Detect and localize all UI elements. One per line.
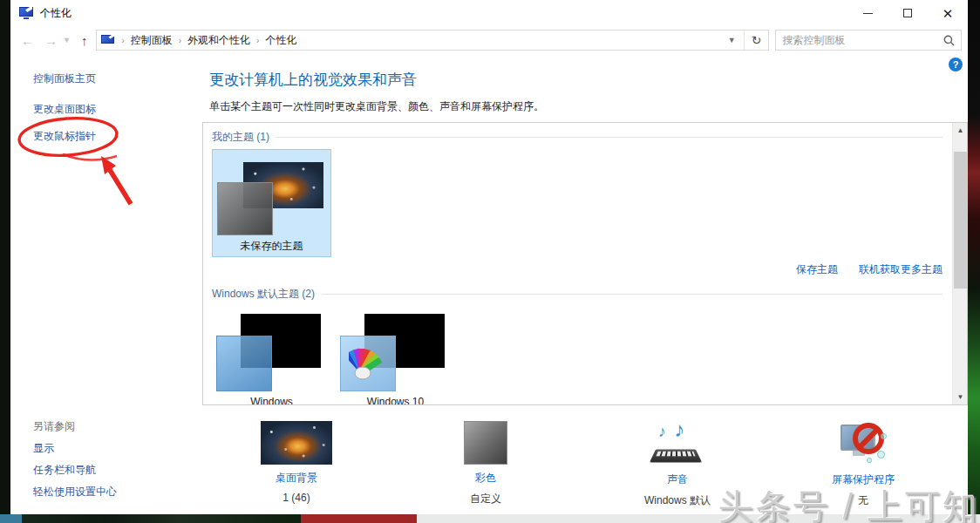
- red-arrow-annotation: [110, 170, 131, 204]
- divider: [276, 137, 943, 138]
- search-box[interactable]: [775, 30, 962, 51]
- taskbar-segment: [0, 514, 22, 523]
- color-swatch[interactable]: [464, 421, 507, 465]
- close-icon: ✕: [943, 7, 954, 20]
- sidebar-item-ease-of-access[interactable]: 轻松使用设置中心: [33, 485, 117, 499]
- theme-name: 未保存的主题: [213, 239, 330, 254]
- search-icon[interactable]: [943, 35, 955, 46]
- forward-icon[interactable]: →: [44, 33, 58, 48]
- desktop-background-link[interactable]: 桌面背景: [276, 471, 317, 486]
- setting-color[interactable]: 彩色 自定义: [416, 421, 555, 506]
- breadcrumb-separator-icon: ›: [179, 36, 181, 45]
- minimize-button[interactable]: [847, 0, 888, 26]
- scrollbar-thumb[interactable]: [954, 152, 967, 289]
- color-link[interactable]: 彩色: [475, 471, 496, 486]
- sidebar-item-control-panel-home[interactable]: 控制面板主页: [33, 71, 96, 86]
- default-themes-header: Windows 默认主题 (2): [212, 287, 943, 302]
- scrollbar[interactable]: ▲ ▼: [952, 123, 967, 404]
- theme-tile-windows-10[interactable]: Windows 10: [336, 309, 455, 405]
- window-title: 个性化: [40, 6, 71, 21]
- sidebar-item-change-desktop-icons[interactable]: 更改桌面图标: [33, 102, 96, 117]
- color-value: 自定义: [470, 492, 501, 506]
- taskbar-segment: [301, 514, 417, 523]
- close-button[interactable]: ✕: [928, 0, 968, 26]
- personalization-icon: [101, 35, 115, 46]
- save-theme-link[interactable]: 保存主题: [796, 262, 838, 277]
- page-subtitle: 单击某个主题可一次性同时更改桌面背景、颜色、声音和屏幕保护程序。: [209, 99, 544, 114]
- theme-name: Windows: [212, 396, 331, 405]
- my-themes-header-label: 我的主题 (1): [212, 130, 269, 145]
- theme-color-preview: [340, 336, 396, 391]
- theme-name: Windows 10: [336, 396, 455, 405]
- color-fan-icon: [349, 345, 387, 382]
- minimize-icon: [863, 13, 873, 14]
- personalization-window: 个性化 ✕ ← → ▼ ↑ › 控制面板 › 外观和个性化 › 个性化 ▼ ↻: [10, 0, 968, 514]
- taskbar-segment: [22, 514, 105, 523]
- scroll-down-icon[interactable]: ▼: [953, 390, 968, 404]
- default-themes-header-label: Windows 默认主题 (2): [212, 287, 315, 302]
- theme-list-panel: 我的主题 (1) 未保存的主题 保存主题 联机获取更多主题 Windows 默认…: [202, 122, 968, 405]
- breadcrumb-appearance[interactable]: 外观和个性化: [187, 33, 250, 48]
- help-icon[interactable]: ?: [949, 58, 963, 71]
- desktop-background-thumbnail[interactable]: [261, 421, 332, 465]
- breadcrumb-personalization[interactable]: 个性化: [265, 33, 296, 48]
- history-chevron-icon[interactable]: ▼: [63, 36, 71, 44]
- desktop-edge-right: [968, 0, 980, 523]
- taskbar-segment: [105, 514, 301, 523]
- theme-color-preview: [217, 182, 273, 235]
- page-title: 更改计算机上的视觉效果和声音: [209, 70, 417, 90]
- search-input[interactable]: [776, 34, 943, 46]
- desktop-background-value: 1 (46): [282, 492, 310, 504]
- scroll-up-icon[interactable]: ▲: [953, 123, 968, 138]
- desktop-edge-left: [0, 0, 10, 523]
- refresh-icon[interactable]: ↻: [745, 33, 769, 47]
- sounds-link[interactable]: 声音: [667, 472, 688, 487]
- titlebar: 个性化 ✕: [10, 0, 968, 26]
- get-more-themes-link[interactable]: 联机获取更多主题: [859, 262, 943, 277]
- sidebar-item-taskbar-navigation[interactable]: 任务栏和导航: [33, 463, 96, 478]
- breadcrumb-separator-icon: ›: [121, 36, 124, 45]
- breadcrumb-control-panel[interactable]: 控制面板: [131, 33, 173, 48]
- sidebar-item-display[interactable]: 显示: [33, 441, 54, 456]
- theme-color-preview: [216, 336, 272, 391]
- up-icon[interactable]: ↑: [81, 33, 88, 48]
- sidebar-item-change-mouse-pointers[interactable]: 更改鼠标指针: [33, 129, 96, 144]
- breadcrumb-separator-icon: ›: [256, 36, 259, 45]
- back-icon[interactable]: ←: [21, 33, 34, 48]
- see-also-header: 另请参阅: [33, 419, 75, 434]
- sounds-value: Windows 默认: [644, 493, 711, 508]
- setting-desktop-background[interactable]: 桌面背景 1 (46): [227, 421, 366, 504]
- divider: [322, 294, 943, 295]
- theme-tile-windows[interactable]: Windows: [212, 309, 331, 405]
- sounds-icon[interactable]: ♪ ♪: [651, 421, 704, 466]
- personalization-icon: [19, 7, 33, 19]
- watermark: 头条号 / 上可知: [718, 483, 980, 523]
- navigation-bar: ← → ▼ ↑ › 控制面板 › 外观和个性化 › 个性化 ▼ ↻: [10, 26, 968, 54]
- address-bar[interactable]: › 控制面板 › 外观和个性化 › 个性化 ▼ ↻: [96, 30, 769, 51]
- address-dropdown-icon[interactable]: ▼: [720, 36, 744, 44]
- maximize-icon: [903, 9, 912, 17]
- screen-saver-icon[interactable]: [837, 421, 889, 466]
- maximize-button[interactable]: [888, 0, 928, 26]
- my-themes-header: 我的主题 (1): [212, 130, 943, 145]
- theme-links: 保存主题 联机获取更多主题: [796, 262, 943, 277]
- theme-tile-unsaved[interactable]: 未保存的主题: [212, 149, 331, 257]
